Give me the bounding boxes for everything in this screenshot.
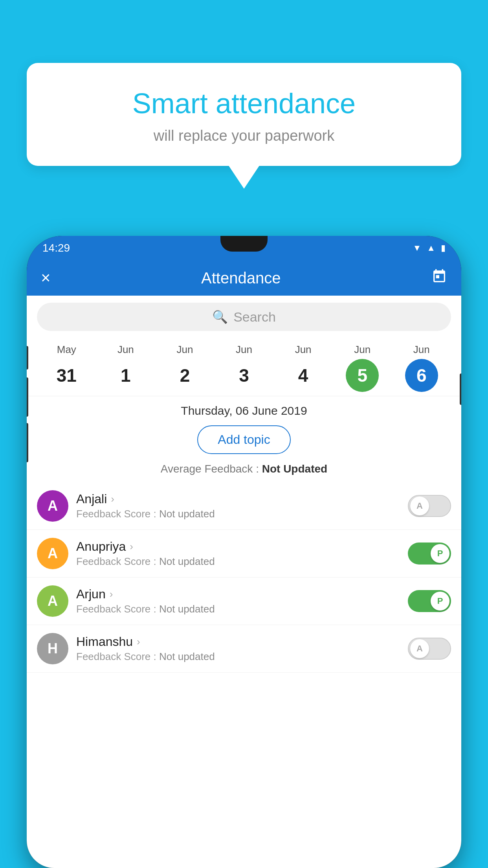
speech-bubble-title: Smart attendance (46, 86, 442, 120)
attendance-toggle[interactable]: A (408, 495, 451, 517)
toggle-knob: P (431, 592, 449, 611)
calendar-date-number: 2 (168, 359, 201, 392)
calendar-month-label: Jun (413, 344, 430, 356)
student-item: AArjun ›Feedback Score : Not updatedP (27, 577, 461, 625)
score-value: Not updated (159, 555, 215, 567)
student-info: Arjun ›Feedback Score : Not updated (76, 587, 400, 615)
student-score: Feedback Score : Not updated (76, 555, 400, 568)
calendar-month-label: Jun (354, 344, 371, 356)
calendar-date-number: 6 (405, 359, 438, 392)
calendar-month-label: Jun (295, 344, 312, 356)
student-info: Himanshu ›Feedback Score : Not updated (76, 634, 400, 663)
chevron-icon: › (130, 541, 133, 553)
search-input[interactable]: 🔍 Search (37, 303, 451, 331)
phone-screen: 🔍 Search May31Jun1Jun2Jun3Jun4Jun5Jun6 T… (27, 296, 461, 868)
phone-notch (220, 236, 268, 252)
calendar-icon[interactable] (431, 268, 447, 288)
student-avatar: A (37, 490, 68, 522)
student-avatar: H (37, 633, 68, 664)
score-value: Not updated (159, 651, 215, 662)
student-name[interactable]: Anupriya › (76, 539, 400, 554)
battery-icon: ▮ (441, 243, 446, 253)
calendar-date-number: 4 (287, 359, 320, 392)
volume-up-button (27, 346, 28, 370)
calendar-day[interactable]: May31 (37, 344, 96, 392)
average-feedback: Average Feedback : Not Updated (27, 460, 461, 482)
attendance-toggle[interactable]: P (408, 590, 451, 612)
student-score: Feedback Score : Not updated (76, 651, 400, 663)
calendar-date-number: 1 (109, 359, 142, 392)
wifi-icon: ▼ (413, 243, 421, 253)
calendar-month-label: Jun (236, 344, 252, 356)
attendance-toggle[interactable]: A (408, 638, 451, 660)
volume-down-button (27, 377, 28, 417)
student-score: Feedback Score : Not updated (76, 508, 400, 520)
app-header: × Attendance (27, 260, 461, 296)
close-button[interactable]: × (41, 268, 51, 287)
selected-date: Thursday, 06 June 2019 (27, 396, 461, 422)
toggle-knob: P (431, 544, 449, 563)
student-score: Feedback Score : Not updated (76, 603, 400, 615)
calendar-day[interactable]: Jun5 (333, 344, 392, 392)
student-info: Anupriya ›Feedback Score : Not updated (76, 539, 400, 568)
student-item: AAnupriya ›Feedback Score : Not updatedP (27, 530, 461, 577)
chevron-icon: › (111, 493, 114, 505)
calendar-day[interactable]: Jun1 (96, 344, 156, 392)
student-name[interactable]: Anjali › (76, 492, 400, 506)
student-item: AAnjali ›Feedback Score : Not updatedA (27, 482, 461, 530)
score-value: Not updated (159, 603, 215, 615)
chevron-icon: › (137, 636, 140, 648)
speech-bubble-subtitle: will replace your paperwork (46, 127, 442, 144)
calendar-day[interactable]: Jun4 (273, 344, 333, 392)
chevron-icon: › (110, 588, 113, 600)
student-avatar: A (37, 585, 68, 617)
toggle-knob: A (410, 639, 429, 658)
student-info: Anjali ›Feedback Score : Not updated (76, 492, 400, 520)
attendance-toggle[interactable]: P (408, 542, 451, 565)
speech-bubble-container: Smart attendance will replace your paper… (27, 63, 461, 166)
student-name[interactable]: Himanshu › (76, 634, 400, 649)
score-value: Not updated (159, 508, 215, 520)
search-placeholder: Search (233, 309, 276, 325)
calendar-date-number: 31 (50, 359, 83, 392)
toggle-knob: A (410, 497, 429, 515)
calendar-strip: May31Jun1Jun2Jun3Jun4Jun5Jun6 (27, 338, 461, 396)
student-item: HHimanshu ›Feedback Score : Not updatedA (27, 625, 461, 673)
header-title: Attendance (201, 269, 281, 287)
student-list: AAnjali ›Feedback Score : Not updatedAAA… (27, 482, 461, 673)
calendar-month-label: Jun (117, 344, 134, 356)
status-icons: ▼ ▲ ▮ (413, 243, 446, 253)
calendar-month-label: May (57, 344, 76, 356)
phone-frame: 14:29 ▼ ▲ ▮ × Attendance 🔍 Search May31J… (27, 236, 461, 868)
calendar-date-number: 5 (346, 359, 379, 392)
status-time: 14:29 (42, 242, 70, 254)
silent-button (27, 423, 28, 462)
speech-bubble: Smart attendance will replace your paper… (27, 63, 461, 166)
search-icon: 🔍 (212, 309, 228, 324)
calendar-date-number: 3 (227, 359, 261, 392)
search-bar-container: 🔍 Search (27, 296, 461, 338)
avg-feedback-label: Average Feedback : (161, 463, 259, 475)
signal-icon: ▲ (427, 243, 435, 253)
calendar-month-label: Jun (176, 344, 193, 356)
speech-bubble-tail (228, 165, 260, 189)
calendar-day[interactable]: Jun6 (392, 344, 451, 392)
power-button (460, 373, 461, 405)
add-topic-container: Add topic (27, 422, 461, 460)
avg-feedback-value: Not Updated (262, 463, 327, 475)
calendar-day[interactable]: Jun3 (215, 344, 274, 392)
calendar-day[interactable]: Jun2 (155, 344, 215, 392)
add-topic-button[interactable]: Add topic (197, 425, 290, 454)
student-name[interactable]: Arjun › (76, 587, 400, 601)
student-avatar: A (37, 538, 68, 569)
